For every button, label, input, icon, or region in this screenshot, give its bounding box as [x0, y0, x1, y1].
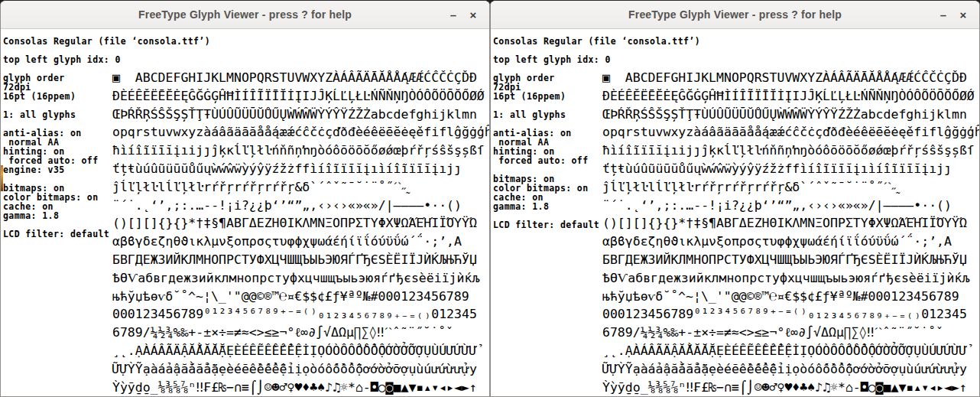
- close-button[interactable]: ×: [953, 8, 973, 21]
- glyph-grid-right: ▣ ABCDEFGHIJKLMNOPQRSTUVWXYZÀÁÂÃÄĀĂÅǺĄÆǼ…: [602, 69, 979, 396]
- content-area-right: Consolas Regular (file ‘consola.ttf’) to…: [491, 29, 979, 396]
- screen: FreeType Glyph Viewer - press ? for help…: [0, 0, 980, 397]
- window-left: FreeType Glyph Viewer - press ? for help…: [0, 0, 490, 397]
- close-button[interactable]: ×: [463, 8, 483, 21]
- minimize-button[interactable]: –: [443, 8, 463, 21]
- content-area-left: Consolas Regular (file ‘consola.ttf’) to…: [1, 29, 489, 396]
- minimize-button[interactable]: –: [933, 8, 953, 21]
- window-title: FreeType Glyph Viewer - press ? for help: [1, 8, 489, 21]
- window-controls: – ×: [443, 1, 483, 28]
- window-right: FreeType Glyph Viewer - press ? for help…: [490, 0, 980, 397]
- window-controls: – ×: [933, 1, 973, 28]
- background-window-sliver: [1, 165, 3, 191]
- titlebar-right[interactable]: FreeType Glyph Viewer - press ? for help…: [491, 1, 979, 29]
- titlebar-left[interactable]: FreeType Glyph Viewer - press ? for help…: [1, 1, 489, 29]
- window-title: FreeType Glyph Viewer - press ? for help: [491, 8, 979, 21]
- glyph-grid-left: ▣ ABCDEFGHIJKLMNOPQRSTUVWXYZÀÁÂÃÄĀĂÅǺĄÆǼ…: [112, 69, 489, 396]
